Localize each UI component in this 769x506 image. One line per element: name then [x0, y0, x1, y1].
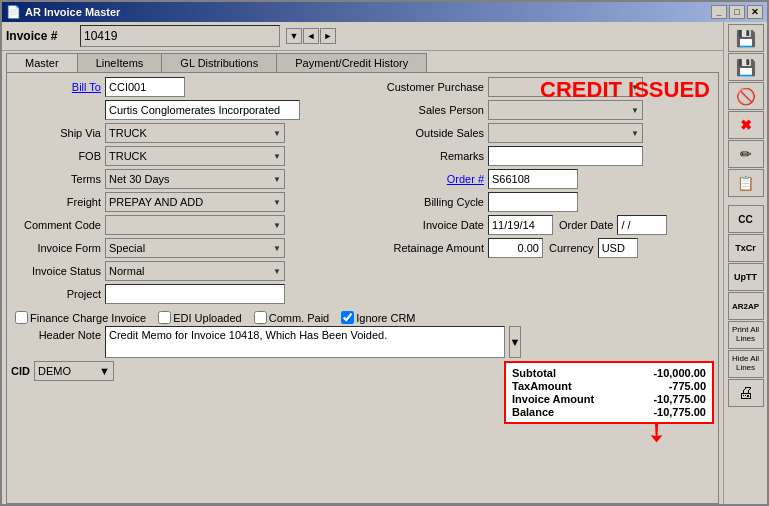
- right-column: Customer Purchase ▼ Sales Person ▼: [379, 77, 714, 307]
- tax-value: -775.00: [616, 380, 706, 392]
- retainage-input[interactable]: [488, 238, 543, 258]
- checkboxes-row: Finance Charge Invoice EDI Uploaded Comm…: [15, 311, 714, 324]
- header-note-row: Header Note Credit Memo for Invoice 1041…: [11, 326, 714, 358]
- tab-content: CREDIT ISSUED Bill To: [6, 72, 719, 504]
- invoice-date-label: Invoice Date: [379, 219, 484, 231]
- outside-sales-select[interactable]: ▼: [488, 123, 643, 143]
- terms-arrow: ▼: [273, 175, 281, 184]
- nav-prev-button[interactable]: ◄: [303, 28, 319, 44]
- order-number-input[interactable]: [488, 169, 578, 189]
- maximize-button[interactable]: □: [729, 5, 745, 19]
- cid-select[interactable]: DEMO ▼: [34, 361, 114, 381]
- cc-button[interactable]: CC: [728, 205, 764, 233]
- freight-select[interactable]: PREPAY AND ADD ▼: [105, 192, 285, 212]
- edi-uploaded-checkbox[interactable]: [158, 311, 171, 324]
- invoice-number-input[interactable]: [80, 25, 280, 47]
- header-note-input[interactable]: Credit Memo for Invoice 10418, Which Has…: [105, 326, 505, 358]
- finance-charge-checkbox[interactable]: [15, 311, 28, 324]
- currency-input[interactable]: [598, 238, 638, 258]
- invoice-status-arrow: ▼: [273, 267, 281, 276]
- outside-sales-label: Outside Sales: [379, 127, 484, 139]
- outside-sales-row: Outside Sales ▼: [379, 123, 714, 143]
- edit-button[interactable]: ✏: [728, 140, 764, 168]
- remarks-input[interactable]: [488, 146, 643, 166]
- order-date-input[interactable]: [617, 215, 667, 235]
- ignore-crm-checkbox[interactable]: [341, 311, 354, 324]
- left-column: Bill To Ship Via: [11, 77, 371, 307]
- credit-issued-label: CREDIT ISSUED: [540, 77, 710, 103]
- invoice-form-arrow: ▼: [273, 244, 281, 253]
- fob-label: FOB: [11, 150, 101, 162]
- minimize-button[interactable]: _: [711, 5, 727, 19]
- save2-button[interactable]: 💾: [728, 53, 764, 81]
- billing-cycle-input[interactable]: [488, 192, 578, 212]
- invoice-form-select[interactable]: Special ▼: [105, 238, 285, 258]
- window-icon: 📄: [6, 5, 21, 19]
- invoice-form-label: Invoice Form: [11, 242, 101, 254]
- finance-charge-checkbox-label[interactable]: Finance Charge Invoice: [15, 311, 146, 324]
- invoice-number-label: Invoice #: [6, 29, 76, 43]
- bill-to-link[interactable]: Bill To: [72, 81, 101, 93]
- edi-uploaded-checkbox-label[interactable]: EDI Uploaded: [158, 311, 242, 324]
- sales-person-select[interactable]: ▼: [488, 100, 643, 120]
- print-button[interactable]: 🖨: [728, 379, 764, 407]
- terms-row: Terms Net 30 Days ▼: [11, 169, 371, 189]
- balance-value: -10,775.00: [616, 406, 706, 418]
- billing-cycle-row: Billing Cycle: [379, 192, 714, 212]
- delete-button[interactable]: ✖: [728, 111, 764, 139]
- close-button[interactable]: ✕: [747, 5, 763, 19]
- tab-payment[interactable]: Payment/Credit History: [276, 53, 427, 72]
- subtotal-value: -10,000.00: [616, 367, 706, 379]
- fob-select[interactable]: TRUCK ▼: [105, 146, 285, 166]
- order-number-link[interactable]: Order #: [447, 173, 484, 185]
- nav-next-button[interactable]: ►: [320, 28, 336, 44]
- save-button[interactable]: 💾: [728, 24, 764, 52]
- remarks-label: Remarks: [379, 150, 484, 162]
- fob-arrow: ▼: [273, 152, 281, 161]
- summary-box: Subtotal -10,000.00 TaxAmount -775.00 In…: [504, 361, 714, 424]
- title-bar-buttons: _ □ ✕: [711, 5, 763, 19]
- tab-gldist[interactable]: GL Distributions: [161, 53, 277, 72]
- freight-arrow: ▼: [273, 198, 281, 207]
- comment-code-select[interactable]: ▼: [105, 215, 285, 235]
- tab-master[interactable]: Master: [6, 53, 78, 72]
- bill-to-code-input[interactable]: [105, 77, 185, 97]
- ship-via-select[interactable]: TRUCK ▼: [105, 123, 285, 143]
- invoice-status-select[interactable]: Normal ▼: [105, 261, 285, 281]
- comment-code-label: Comment Code: [11, 219, 101, 231]
- ship-via-arrow: ▼: [273, 129, 281, 138]
- terms-select[interactable]: Net 30 Days ▼: [105, 169, 285, 189]
- header-note-label: Header Note: [11, 329, 101, 341]
- invoice-number-row: Invoice # ▼ ◄ ►: [2, 22, 723, 51]
- copy-button[interactable]: 📋: [728, 169, 764, 197]
- nav-dropdown-button[interactable]: ▼: [286, 28, 302, 44]
- invoice-amount-value: -10,775.00: [616, 393, 706, 405]
- ar2ap-button[interactable]: AR2AP: [728, 292, 764, 320]
- ship-via-row: Ship Via TRUCK ▼: [11, 123, 371, 143]
- hide-all-button[interactable]: Hide All Lines: [728, 350, 764, 378]
- tax-label: TaxAmount: [512, 380, 572, 392]
- fob-row: FOB TRUCK ▼: [11, 146, 371, 166]
- header-note-scrollbar[interactable]: ▼: [509, 326, 521, 358]
- print-all-button[interactable]: Print All Lines: [728, 321, 764, 349]
- comm-paid-checkbox-label[interactable]: Comm. Paid: [254, 311, 330, 324]
- cancel-button[interactable]: 🚫: [728, 82, 764, 110]
- tab-lineitems[interactable]: LineItems: [77, 53, 163, 72]
- balance-label: Balance: [512, 406, 554, 418]
- txcr-button[interactable]: TxCr: [728, 234, 764, 262]
- company-name-input[interactable]: [105, 100, 300, 120]
- invoice-status-label: Invoice Status: [11, 265, 101, 277]
- freight-label: Freight: [11, 196, 101, 208]
- title-bar: 📄 AR Invoice Master _ □ ✕: [2, 2, 767, 22]
- project-input[interactable]: [105, 284, 285, 304]
- invoice-form-row: Invoice Form Special ▼: [11, 238, 371, 258]
- invoice-status-row: Invoice Status Normal ▼: [11, 261, 371, 281]
- project-label: Project: [11, 288, 101, 300]
- uptt-button[interactable]: UpTT: [728, 263, 764, 291]
- tax-row: TaxAmount -775.00: [512, 380, 706, 392]
- comm-paid-checkbox[interactable]: [254, 311, 267, 324]
- order-date-label: Order Date: [559, 219, 613, 231]
- invoice-date-input[interactable]: [488, 215, 553, 235]
- ignore-crm-checkbox-label[interactable]: Ignore CRM: [341, 311, 415, 324]
- subtotal-row: Subtotal -10,000.00: [512, 367, 706, 379]
